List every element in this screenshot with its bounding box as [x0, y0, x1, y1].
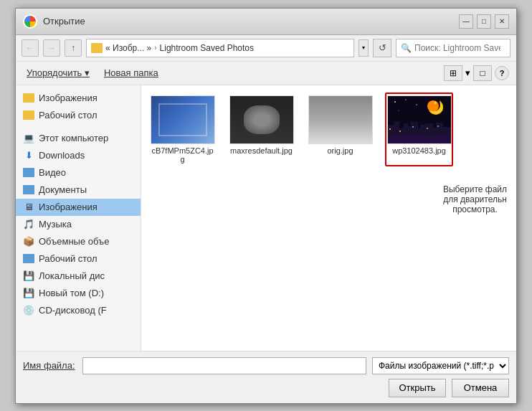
- objects-icon: 📦: [23, 236, 34, 247]
- monitor-icon: 🖥: [24, 202, 34, 212]
- sidebar-item-cd-drive[interactable]: 💿 CD-дисковод (F: [16, 302, 141, 319]
- file-item-1[interactable]: cB7fMPm5ZC4.jpg: [148, 93, 217, 166]
- action-bar: Упорядочить ▾ Новая папка ⊞ ▾ □ ?: [16, 62, 516, 85]
- filename-row: Имя файла: Файлы изображений (*.tiff;*.p: [23, 357, 509, 374]
- sidebar-label: Объемные объе: [39, 236, 109, 247]
- dialog-title: Открытие: [43, 16, 85, 27]
- open-button[interactable]: Открыть: [389, 379, 446, 397]
- sidebar-label: Новый том (D:): [39, 288, 104, 298]
- sidebar-item-music[interactable]: 🎵 Музыка: [16, 216, 141, 233]
- open-dialog: Открытие — □ ✕ ← → ↑ « Изобр... » › Ligh…: [15, 8, 517, 404]
- breadcrumb-dropdown-button[interactable]: ▾: [358, 39, 369, 57]
- cancel-button[interactable]: Отмена: [452, 379, 509, 397]
- thumbnail-image-2: [230, 96, 293, 143]
- file-item-4[interactable]: wp3102483.jpg: [385, 93, 453, 166]
- sidebar-label: Документы: [39, 184, 87, 195]
- file-grid: cB7fMPm5ZC4.jpg maxresdefault.jpg orig.j…: [148, 93, 509, 214]
- folder-yellow-icon: [23, 93, 34, 103]
- thumbnail-image-1: [151, 96, 214, 143]
- title-bar: Открытие — □ ✕: [16, 9, 516, 35]
- cd-icon: 💿: [23, 305, 34, 316]
- view-large-button[interactable]: □: [473, 65, 492, 81]
- breadcrumb-separator: ›: [154, 44, 156, 52]
- breadcrumb-current: Lightroom Saved Photos: [160, 43, 254, 53]
- sidebar-item-downloads[interactable]: ⬇ Downloads: [16, 147, 141, 164]
- help-button[interactable]: ?: [495, 66, 509, 80]
- file-thumbnail-2: [229, 95, 294, 144]
- file-thumbnail-3: [308, 95, 373, 144]
- filetype-select[interactable]: Файлы изображений (*.tiff;*.p: [372, 357, 509, 374]
- sidebar-label: Видео: [39, 167, 66, 178]
- sidebar-label: Рабочий стол: [39, 253, 98, 264]
- title-bar-left: Открытие: [23, 14, 85, 29]
- sidebar-label: Локальный дис: [39, 270, 105, 281]
- minimize-button[interactable]: —: [459, 14, 473, 29]
- svg-point-2: [394, 101, 396, 103]
- filename-input[interactable]: [82, 357, 366, 374]
- sidebar-label: Музыка: [39, 219, 72, 230]
- disk-icon: 💾: [23, 270, 34, 281]
- svg-rect-23: [388, 136, 452, 144]
- svg-point-4: [416, 104, 417, 105]
- search-icon: 🔍: [401, 43, 412, 53]
- folder-yellow-icon: [23, 110, 34, 120]
- sidebar-item-new-volume[interactable]: 💾 Новый том (D:): [16, 285, 141, 302]
- svg-rect-22: [437, 126, 439, 127]
- svg-rect-18: [389, 128, 391, 130]
- view-controls: ⊞ ▾ □ ?: [444, 65, 509, 81]
- sidebar-item-images-top[interactable]: Изображения: [16, 90, 141, 107]
- title-bar-controls: — □ ✕: [459, 14, 509, 29]
- sidebar-divider: [16, 124, 141, 130]
- maximize-button[interactable]: □: [477, 14, 491, 29]
- sidebar-label: CD-дисковод (F: [39, 305, 107, 316]
- close-button[interactable]: ✕: [495, 14, 509, 29]
- svg-rect-21: [427, 128, 428, 129]
- view-toggle-button[interactable]: ⊞: [444, 65, 462, 81]
- svg-point-1: [427, 100, 439, 112]
- sidebar-item-desktop-top[interactable]: Рабочий стол: [16, 107, 141, 124]
- sidebar-label: Рабочий стол: [39, 110, 98, 121]
- sidebar-label: Изображения: [39, 202, 98, 212]
- file-item-3[interactable]: orig.jpg: [306, 93, 374, 166]
- night-city-svg: [388, 96, 452, 144]
- back-button[interactable]: ←: [22, 39, 39, 57]
- disk-icon: 💾: [23, 288, 34, 298]
- svg-rect-19: [399, 131, 401, 132]
- sidebar-item-documents[interactable]: Документы: [16, 181, 141, 199]
- sidebar-item-desktop[interactable]: Рабочий стол: [16, 250, 141, 268]
- bottom-bar: Имя файла: Файлы изображений (*.tiff;*.p…: [16, 351, 516, 403]
- sidebar-item-this-pc[interactable]: 💻 Этот компьютер: [16, 130, 141, 147]
- forward-button[interactable]: →: [43, 39, 60, 57]
- new-folder-button[interactable]: Новая папка: [100, 65, 162, 80]
- thumbnail-image-3: [309, 96, 372, 143]
- breadcrumb-bar[interactable]: « Изобр... » › Lightroom Saved Photos: [86, 39, 354, 57]
- up-button[interactable]: ↑: [65, 39, 82, 57]
- file-thumbnail-4: [387, 95, 452, 144]
- sidebar-item-local-disk[interactable]: 💾 Локальный дис: [16, 268, 141, 285]
- view-dropdown-icon[interactable]: ▾: [465, 67, 470, 78]
- sidebar-label: Изображения: [39, 93, 98, 103]
- download-icon: ⬇: [25, 150, 33, 161]
- chrome-icon: [23, 14, 37, 29]
- breadcrumb-prefix: « Изобр... »: [105, 43, 151, 53]
- search-input[interactable]: [414, 43, 500, 53]
- file-item-2[interactable]: maxresdefault.jpg: [227, 93, 295, 166]
- filename-label: Имя файла:: [23, 360, 77, 371]
- sidebar-item-objects[interactable]: 📦 Объемные объе: [16, 233, 141, 250]
- sidebar-item-video[interactable]: Видео: [16, 164, 141, 181]
- sidebar-label: Этот компьютер: [39, 133, 108, 143]
- file-name-3: orig.jpg: [327, 146, 353, 155]
- file-name-4: wp3102483.jpg: [392, 146, 446, 155]
- file-name-2: maxresdefault.jpg: [230, 146, 293, 155]
- sidebar-item-images[interactable]: 🖥 Изображения: [16, 199, 141, 216]
- organize-button[interactable]: Упорядочить ▾: [23, 65, 93, 80]
- refresh-button[interactable]: ↺: [373, 39, 391, 57]
- navigation-toolbar: ← → ↑ « Изобр... » › Lightroom Saved Pho…: [16, 35, 516, 62]
- svg-rect-20: [412, 126, 414, 128]
- content-area[interactable]: cB7fMPm5ZC4.jpg maxresdefault.jpg orig.j…: [141, 85, 516, 351]
- folder-blue-icon: [23, 254, 34, 263]
- music-icon: 🎵: [23, 219, 34, 230]
- preview-hint: Выберите файл для дварительн просмотра.: [441, 184, 509, 214]
- svg-point-3: [405, 99, 407, 100]
- sidebar: Изображения Рабочий стол 💻 Этот компьюте…: [16, 85, 141, 351]
